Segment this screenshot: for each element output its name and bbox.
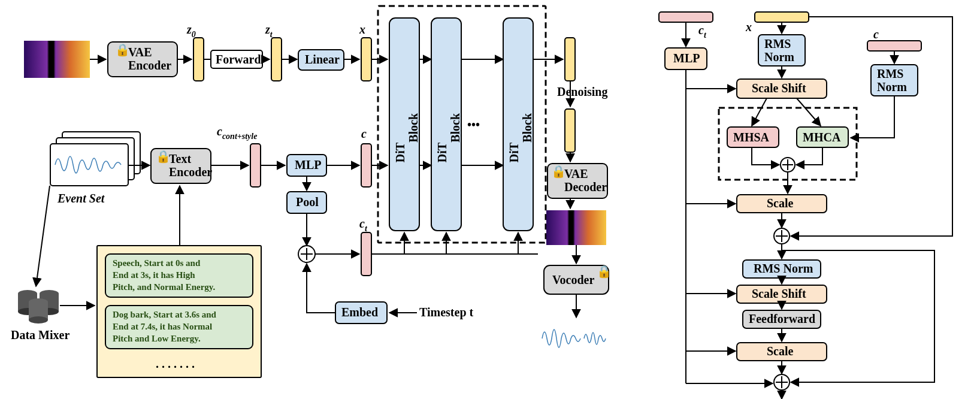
ct-token <box>361 232 371 276</box>
svg-text:Scale: Scale <box>767 344 794 358</box>
forward-label: Forward <box>216 53 261 66</box>
prompt-ellipsis: . . . . . . . <box>156 357 195 370</box>
svg-text:x: x <box>745 20 752 34</box>
x-label: x <box>359 23 365 36</box>
svg-text:MHCA: MHCA <box>803 131 841 144</box>
z0-token <box>193 38 204 81</box>
svg-text:End at 3s, it has High: End at 3s, it has High <box>113 270 195 280</box>
svg-text:RMSNorm: RMSNorm <box>877 67 907 93</box>
denoising-label: Denoising <box>557 85 607 99</box>
svg-line-44 <box>797 98 821 126</box>
vocoder-label: Vocoder <box>552 273 594 286</box>
svg-text:RMSNorm: RMSNorm <box>764 37 794 64</box>
event-set-label: Event Set <box>57 192 105 205</box>
zt-label: zt <box>265 23 273 39</box>
ct-token-right <box>659 12 713 22</box>
pool-label: Pool <box>296 195 319 208</box>
output-token <box>565 38 575 81</box>
spectrogram-input <box>24 41 90 78</box>
event-set-stack <box>50 132 140 186</box>
svg-text:Pitch and Low Energy.: Pitch and Low Energy. <box>113 334 201 343</box>
lock-icon: 🔒 <box>597 264 612 279</box>
dit-detail: ct x c MLP RMSNorm RMSNorm Scale Shift M… <box>659 12 952 399</box>
embed-label: Embed <box>341 306 378 319</box>
svg-text:Dog bark, Start at 3.6s and: Dog bark, Start at 3.6s and <box>113 310 217 319</box>
arrow <box>36 186 50 286</box>
x-token-right <box>755 12 809 22</box>
ccont-label: ccont+style <box>217 125 257 141</box>
ccont-token <box>250 144 261 187</box>
svg-text:Feedforward: Feedforward <box>749 312 815 325</box>
data-mixer-icon <box>18 290 59 324</box>
waveform-output <box>542 330 606 347</box>
zt-token <box>271 38 282 81</box>
z0-label: z0 <box>186 23 196 39</box>
linear-label: Linear <box>305 53 340 66</box>
c-token-right <box>867 41 921 51</box>
svg-text:End at 7.4s, it has Normal: End at 7.4s, it has Normal <box>113 322 212 331</box>
x-token <box>361 38 371 81</box>
spectrogram-output <box>546 210 606 245</box>
ct-label: ct <box>359 217 368 233</box>
denoised-token <box>565 109 575 152</box>
svg-point-17 <box>29 316 48 324</box>
dit-block-3: DiTBlock <box>503 18 534 231</box>
svg-text:RMS Norm: RMS Norm <box>754 262 813 275</box>
svg-line-43 <box>752 98 767 126</box>
diagram-svg: 🔒 VAEEncoder z0 Forward zt Linear x DiTB… <box>0 0 980 399</box>
svg-text:MHSA: MHSA <box>733 131 770 144</box>
prompt-1: Speech, Start at 0s and End at 3s, it ha… <box>105 254 253 297</box>
ellipsis-icon: ••• <box>467 118 480 131</box>
dit-block-2: DiTBlock <box>431 18 462 231</box>
svg-text:Scale Shift: Scale Shift <box>752 287 806 300</box>
data-mixer-label: Data Mixer <box>11 328 69 341</box>
arrow <box>307 264 335 313</box>
svg-text:c: c <box>873 28 879 41</box>
svg-text:MLP: MLP <box>673 52 700 65</box>
prompt-2: Dog bark, Start at 3.6s and End at 7.4s,… <box>105 306 253 349</box>
svg-text:ct: ct <box>698 23 707 40</box>
dit-block-1: DiTBlock <box>389 18 420 231</box>
mlp-label: MLP <box>295 158 321 171</box>
c-token <box>361 144 371 187</box>
svg-rect-8 <box>50 144 128 186</box>
svg-text:Pitch, and Normal Energy.: Pitch, and Normal Energy. <box>113 282 215 292</box>
svg-text:Scale Shift: Scale Shift <box>752 81 806 95</box>
c-label: c <box>361 127 367 140</box>
svg-text:Scale: Scale <box>767 197 794 210</box>
svg-text:Speech, Start at 0s and: Speech, Start at 0s and <box>113 258 201 268</box>
timestep-label: Timestep t <box>419 306 474 319</box>
